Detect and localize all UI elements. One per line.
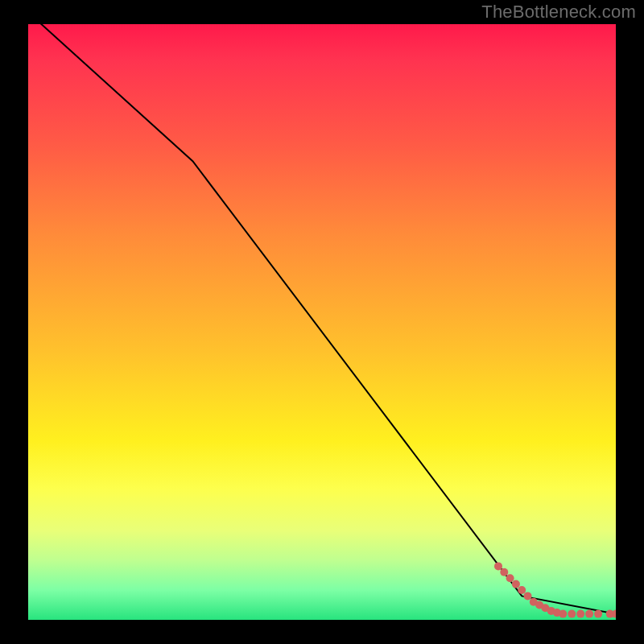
data-point <box>512 580 520 588</box>
chart-frame: TheBottleneck.com <box>0 0 644 644</box>
data-point <box>500 568 508 576</box>
data-point <box>559 610 567 618</box>
data-point <box>524 592 532 600</box>
watermark: TheBottleneck.com <box>481 2 636 23</box>
data-point <box>518 586 526 594</box>
data-point <box>568 610 576 618</box>
data-point <box>494 562 502 570</box>
data-points-group <box>494 562 616 617</box>
data-point <box>585 610 593 618</box>
plot-svg <box>28 24 616 620</box>
data-point <box>576 610 584 618</box>
bottleneck-curve <box>28 24 616 614</box>
data-point <box>506 574 514 582</box>
data-point <box>594 610 602 618</box>
plot-area <box>28 24 616 620</box>
